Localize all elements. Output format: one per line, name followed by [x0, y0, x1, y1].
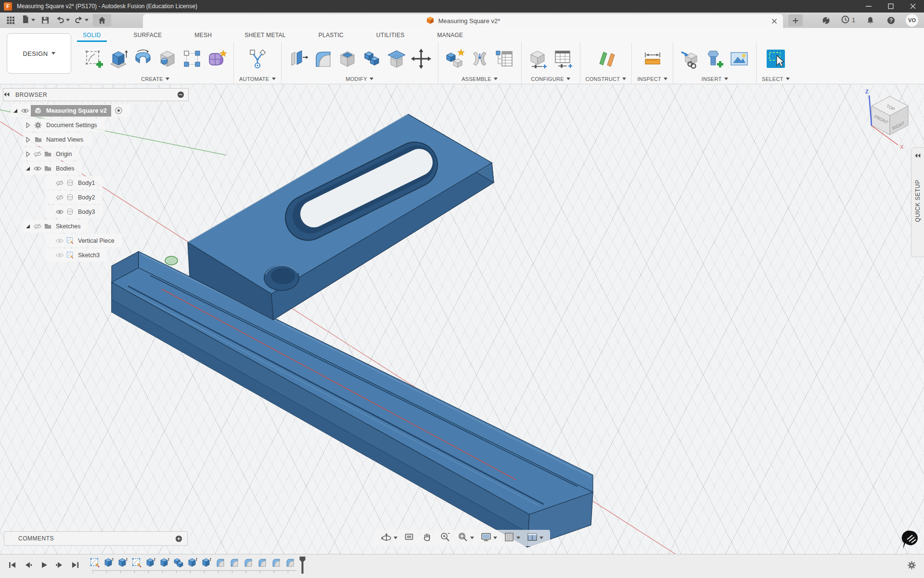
revolve-icon[interactable] [131, 46, 154, 71]
redo-button[interactable] [74, 14, 89, 26]
insert-fastener-icon[interactable] [703, 46, 726, 71]
zoom-tool[interactable] [439, 531, 451, 545]
browser-header[interactable]: BROWSER [3, 88, 189, 101]
extensions-button[interactable] [820, 14, 832, 26]
chevron-down-icon[interactable] [516, 537, 520, 539]
automate-icon[interactable] [246, 46, 269, 71]
timeline-playhead[interactable] [299, 556, 306, 576]
tree-item-body2[interactable]: Body2 [45, 191, 103, 204]
tree-item-named-views[interactable]: Named Views [23, 133, 91, 146]
expander-collapsed-icon[interactable] [23, 136, 33, 144]
hole-icon[interactable] [156, 46, 179, 71]
ribbon-group-label[interactable]: CONFIGURE [531, 74, 570, 83]
collapse-browser-icon[interactable] [3, 91, 10, 99]
fillet-icon[interactable] [311, 46, 334, 71]
measure-icon[interactable] [641, 46, 664, 71]
ribbon-tab-manage[interactable]: MANAGE [437, 28, 463, 42]
tree-item-body1[interactable]: Body1 [45, 176, 103, 189]
configuration-table-icon[interactable] [552, 46, 575, 71]
fit-tool[interactable] [457, 531, 474, 545]
go-to-start-button[interactable] [6, 559, 18, 571]
step-back-button[interactable] [22, 559, 34, 571]
job-status-button[interactable]: 1 [841, 15, 855, 26]
new-tab-button[interactable] [788, 14, 803, 26]
app-grid-button[interactable] [5, 14, 16, 26]
configuration-icon[interactable] [527, 46, 550, 71]
ribbon-group-label[interactable]: SELECT [762, 74, 790, 83]
shell-icon[interactable] [336, 46, 359, 71]
timeline-feature-extrude-9[interactable] [201, 557, 212, 568]
tree-item-bodies[interactable]: Bodies [23, 162, 82, 175]
visibility-eye-visible-icon[interactable] [55, 208, 64, 216]
visibility-eye-dim-icon[interactable] [55, 251, 64, 260]
timeline-feature-sketch-1[interactable] [90, 557, 100, 568]
timeline-feature-fillet-11[interactable] [229, 557, 240, 568]
ribbon-group-label[interactable]: CONSTRUCT [586, 74, 627, 83]
look-at-tool[interactable] [404, 531, 415, 545]
timeline-feature-combine-7[interactable] [173, 557, 184, 568]
tree-item-document-settings[interactable]: Document Settings [23, 118, 105, 131]
extrude-icon[interactable] [107, 46, 130, 71]
document-tab[interactable]: Measuring Square v2* [143, 14, 783, 28]
timeline-feature-fillet-13[interactable] [257, 557, 268, 568]
new-component-icon[interactable] [444, 46, 467, 71]
tree-item-sketch3[interactable]: Sketch3 [45, 249, 107, 262]
visibility-eye-visible-icon[interactable] [33, 164, 42, 173]
layout-grid-tool[interactable] [503, 531, 520, 545]
bom-icon[interactable] [493, 46, 516, 71]
visibility-eye-hidden-icon[interactable] [55, 179, 64, 187]
ribbon-tab-sheet-metal[interactable]: SHEET METAL [244, 28, 286, 42]
orbit-tool[interactable] [381, 531, 398, 545]
display-settings-tool[interactable] [480, 531, 497, 545]
browser-minimize-icon[interactable] [177, 91, 184, 98]
play-button[interactable] [38, 559, 50, 571]
quick-setup-tab[interactable]: QUICK SETUP [911, 147, 924, 257]
visibility-eye-hidden-icon[interactable] [33, 150, 42, 158]
visibility-eye-dim-icon[interactable] [55, 236, 64, 245]
split-body-icon[interactable] [385, 46, 408, 71]
expander-expanded-icon[interactable] [23, 223, 33, 230]
notifications-button[interactable] [864, 14, 876, 26]
timeline-feature-fillet-12[interactable] [243, 557, 254, 568]
workspace-selector[interactable]: DESIGN [7, 33, 71, 74]
tree-item-vertical-piece[interactable]: Vertical Piece [45, 234, 122, 247]
tree-item-origin[interactable]: Origin [23, 147, 79, 160]
ribbon-tab-solid[interactable]: SOLID [83, 28, 101, 42]
ribbon-group-label[interactable]: INSPECT [637, 74, 667, 83]
close-document-icon[interactable] [770, 17, 778, 25]
undo-button[interactable] [55, 14, 70, 26]
comments-panel[interactable]: COMMENTS [4, 531, 188, 546]
pan-tool[interactable] [422, 531, 433, 545]
maximize-button[interactable] [880, 0, 902, 13]
expander-collapsed-icon[interactable] [23, 121, 33, 129]
expander-collapsed-icon[interactable] [23, 150, 33, 158]
add-comment-icon[interactable] [175, 535, 182, 542]
close-button[interactable] [902, 0, 924, 13]
timeline-feature-extrude-3[interactable] [117, 557, 128, 568]
ribbon-group-label[interactable]: INSERT [702, 74, 728, 83]
timeline-feature-extrude-5[interactable] [145, 557, 156, 568]
press-pull-icon[interactable] [287, 46, 310, 71]
tree-item-body3[interactable]: Body3 [45, 205, 103, 218]
go-to-end-button[interactable] [69, 559, 81, 571]
chevron-down-icon[interactable] [394, 537, 398, 539]
combine-icon[interactable] [360, 46, 384, 71]
timeline-settings-gear-icon[interactable] [907, 561, 916, 570]
visibility-eye-hidden-icon[interactable] [33, 222, 42, 231]
home-button[interactable] [93, 14, 111, 26]
joint-icon[interactable] [468, 46, 491, 71]
file-menu-button[interactable] [21, 14, 35, 26]
expander-expanded-icon[interactable] [11, 107, 20, 115]
rectangular-pattern-icon[interactable] [180, 46, 204, 71]
ribbon-group-label[interactable]: CREATE [141, 74, 169, 83]
assistant-bubble-icon[interactable] [901, 530, 920, 553]
minimize-button[interactable] [858, 0, 880, 13]
timeline-feature-fillet-14[interactable] [271, 557, 282, 568]
timeline-feature-extrude-2[interactable] [103, 557, 114, 568]
avatar[interactable]: VO [906, 14, 918, 26]
insert-derive-icon[interactable] [679, 46, 702, 71]
create-form-icon[interactable] [205, 46, 228, 71]
chevron-down-icon[interactable] [539, 537, 543, 539]
viewport-canvas[interactable]: BROWSER Measuring Square v2Document Sett… [0, 85, 924, 554]
help-button[interactable]: ? [885, 14, 897, 26]
